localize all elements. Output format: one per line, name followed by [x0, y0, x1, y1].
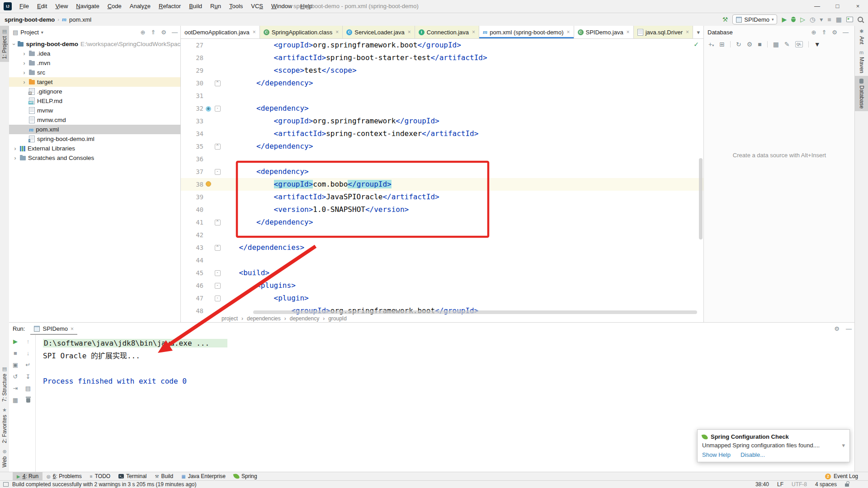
chevron-icon[interactable]: › — [22, 60, 27, 66]
duplicate-button[interactable]: ⊞ — [719, 41, 725, 47]
table-view-button[interactable]: ▦ — [773, 41, 779, 47]
inspection-ok-icon[interactable]: ✓ — [693, 41, 699, 48]
toolwindow-button-6-problems[interactable]: ◎6: Problems — [42, 472, 86, 480]
chevron-icon[interactable]: › — [22, 51, 27, 57]
chevron-icon[interactable]: › — [13, 145, 18, 152]
close-icon[interactable]: × — [567, 29, 570, 35]
chevron-down-icon[interactable]: ▾ — [41, 30, 43, 35]
editor-tab[interactable]: CSPIDemo.java× — [574, 26, 634, 38]
menu-file[interactable]: File — [15, 0, 33, 13]
down-stack-button[interactable]: ↓ — [27, 350, 30, 356]
profiler-dropdown[interactable]: ▾ — [820, 16, 823, 23]
refresh-button[interactable]: ↻ — [736, 41, 741, 47]
tool-strip-ant[interactable]: ✱Ant — [855, 26, 868, 47]
lock-icon[interactable] — [845, 483, 849, 487]
restore-layout-button[interactable]: ↺ — [13, 374, 18, 380]
chevron-icon[interactable]: › — [22, 70, 27, 76]
menu-edit[interactable]: Edit — [33, 0, 51, 13]
chevron-down-icon[interactable]: ▾ — [842, 442, 845, 449]
menu-view[interactable]: View — [51, 0, 72, 13]
editor-tab[interactable]: IConnection.java× — [415, 26, 479, 38]
debug-button[interactable] — [791, 17, 796, 22]
minimize-button[interactable]: — — [807, 0, 827, 13]
chevron-icon[interactable]: › — [11, 42, 17, 45]
close-button[interactable]: × — [848, 0, 868, 13]
tree-item[interactable]: MDHELP.md — [9, 96, 180, 106]
tool-strip-2-favorites[interactable]: ★2: Favorites — [0, 404, 9, 446]
fold-start-icon[interactable]: - — [215, 296, 221, 301]
close-icon[interactable]: × — [253, 29, 256, 35]
menu-build[interactable]: Build — [185, 0, 206, 13]
settings-button[interactable]: ⚙ — [832, 29, 837, 36]
menu-tools[interactable]: Tools — [225, 0, 247, 13]
chevron-icon[interactable]: › — [22, 79, 27, 85]
tree-item[interactable]: mpom.xml — [9, 125, 180, 134]
collapse-all-button[interactable]: ⇑ — [821, 29, 826, 36]
fold-start-icon[interactable]: - — [215, 169, 221, 175]
hide-button[interactable]: — — [846, 325, 852, 332]
settings-button[interactable]: ⚙ — [834, 325, 840, 332]
project-panel-title[interactable]: Project — [20, 29, 38, 36]
breadcrumb-project[interactable]: project — [222, 315, 238, 322]
tree-item[interactable]: ›target — [9, 77, 180, 87]
add-data-source-button[interactable]: +▾ — [708, 41, 714, 47]
toolwindow-button-java-enterprise[interactable]: ▦Java Enterprise — [177, 472, 230, 480]
toolwindow-button-terminal[interactable]: >_Terminal — [114, 472, 151, 480]
editor-tab[interactable]: mpom.xml (spring-boot-demo)× — [479, 26, 574, 38]
tab-overflow-chevron-icon[interactable]: ▾ — [693, 29, 703, 36]
menu-vcs[interactable]: VCS — [247, 0, 267, 13]
event-log[interactable]: 2 Event Log — [825, 473, 858, 479]
editor-tab[interactable]: CSpringApplication.class× — [260, 26, 343, 38]
status-4-spaces[interactable]: 4 spaces — [815, 481, 837, 488]
profiler-button[interactable]: ◷ — [810, 16, 815, 23]
locate-button[interactable]: ⊕ — [811, 29, 816, 36]
dump-threads-button[interactable]: ▣ — [13, 362, 18, 368]
menu-navigate[interactable]: Navigate — [72, 0, 103, 13]
status-38-40[interactable]: 38:40 — [755, 481, 769, 488]
exit-button[interactable]: ⇥ — [13, 385, 18, 391]
rerun-button[interactable]: ▶ — [13, 338, 18, 344]
toolwindow-button-build[interactable]: ⚒Build — [151, 472, 178, 480]
ql-console-button[interactable]: QL — [795, 41, 803, 47]
close-icon[interactable]: × — [627, 29, 630, 35]
locate-button[interactable]: ⊕ — [141, 29, 146, 36]
tool-strip-web[interactable]: ⊛Web — [0, 446, 9, 470]
fold-start-icon[interactable]: - — [215, 106, 221, 112]
breadcrumb-file[interactable]: pom.xml — [69, 16, 91, 23]
breadcrumb-project[interactable]: spring-boot-demo — [5, 16, 55, 23]
close-icon[interactable]: × — [335, 29, 339, 35]
tree-item[interactable]: ›src — [9, 68, 180, 77]
fold-end-icon[interactable]: ^ — [215, 245, 221, 251]
menu-analyze[interactable]: Analyze — [126, 0, 155, 13]
close-icon[interactable]: × — [408, 29, 411, 35]
intention-bulb-icon[interactable] — [206, 181, 211, 187]
chevron-icon[interactable]: › — [13, 155, 18, 161]
run-console-tab[interactable]: SPIDemo × — [30, 323, 77, 335]
status-lf[interactable]: LF — [777, 481, 783, 488]
notification-link-show-help[interactable]: Show Help — [702, 451, 731, 458]
clear-all-button[interactable] — [26, 398, 30, 403]
change-marker-icon[interactable]: o — [206, 106, 211, 112]
filter-button[interactable]: ▼ — [814, 41, 821, 47]
stop-button[interactable]: ■ — [827, 16, 831, 23]
settings-button[interactable]: ⚙ — [161, 29, 166, 36]
menu-window[interactable]: Window — [267, 0, 296, 13]
menu-refactor[interactable]: Refactor — [155, 0, 185, 13]
breadcrumb-dependency[interactable]: dependency — [290, 315, 319, 322]
notification-link-disable-[interactable]: Disable... — [741, 451, 765, 458]
editor-tab[interactable]: CServiceLoader.java× — [343, 26, 415, 38]
tool-strip-7-structure[interactable]: ▤7: Structure — [0, 363, 9, 404]
print-button[interactable]: ▤ — [25, 385, 31, 391]
vertical-scrollbar[interactable] — [699, 158, 703, 239]
toolwindow-button-spring[interactable]: Spring — [230, 472, 261, 480]
close-icon[interactable]: × — [472, 29, 475, 35]
toolwindow-toggle-icon[interactable] — [3, 482, 9, 487]
run-anything-button[interactable] — [846, 17, 853, 22]
fold-end-icon[interactable]: ^ — [215, 80, 221, 86]
tool-strip-database[interactable]: Database — [855, 76, 868, 111]
build-project-button[interactable]: ⚒ — [722, 16, 728, 23]
tree-item[interactable]: ›Scratches and Consoles — [9, 153, 180, 163]
tree-item[interactable]: mvnw.cmd — [9, 115, 180, 125]
tree-item[interactable]: mvnw — [9, 106, 180, 115]
run-config-combo[interactable]: SPIDemo▾ — [732, 14, 777, 24]
